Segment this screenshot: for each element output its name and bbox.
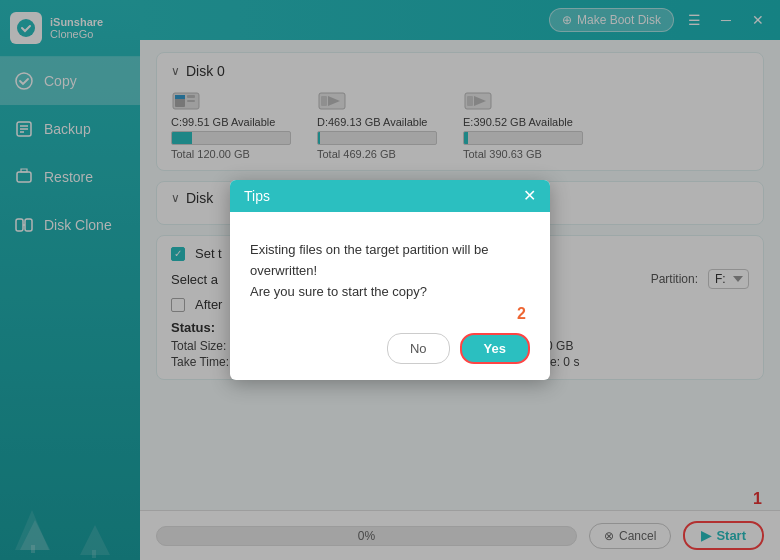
label-2: 2 (517, 305, 526, 323)
tips-dialog: Tips ✕ Existing files on the target part… (230, 180, 550, 379)
dialog-footer: 2 No Yes (230, 323, 550, 380)
dialog-no-button[interactable]: No (387, 333, 450, 364)
dialog-close-button[interactable]: ✕ (523, 188, 536, 204)
dialog-header: Tips ✕ (230, 180, 550, 212)
dialog-title: Tips (244, 188, 270, 204)
dialog-overlay: Tips ✕ Existing files on the target part… (0, 0, 780, 560)
dialog-message: Existing files on the target partition w… (250, 242, 488, 299)
dialog-yes-button[interactable]: Yes (460, 333, 530, 364)
dialog-body: Existing files on the target partition w… (230, 212, 550, 322)
